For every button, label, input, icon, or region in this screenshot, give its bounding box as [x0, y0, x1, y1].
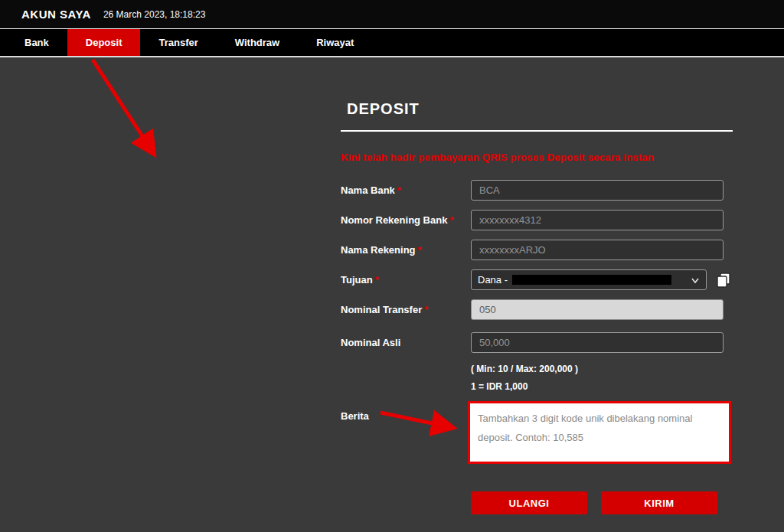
required-marker: * — [375, 274, 379, 286]
reset-button[interactable]: ULANGI — [471, 491, 587, 514]
field-row-nama-bank: Nama Bank* — [341, 180, 733, 201]
current-datetime: 26 March 2023, 18:18:23 — [103, 9, 205, 20]
nav-item-withdraw[interactable]: Withdraw — [217, 29, 298, 56]
nav-item-label: Bank — [24, 37, 49, 48]
nav-item-label: Withdraw — [235, 37, 279, 48]
nama-rekening-input[interactable] — [471, 240, 724, 260]
nav-item-label: Transfer — [158, 37, 198, 48]
redaction-bar — [512, 275, 671, 285]
page-title: DEPOSIT — [341, 100, 733, 132]
required-marker: * — [418, 244, 422, 256]
nominal-transfer-input[interactable] — [471, 299, 724, 320]
field-row-nominal-asli: Nominal Asli — [341, 332, 733, 353]
rate-hint: 1 = IDR 1,000 — [471, 381, 733, 392]
field-row-tujuan: Tujuan* Dana - — [341, 269, 733, 290]
tujuan-selected-value: Dana - — [478, 274, 508, 286]
field-label: Tujuan* — [341, 274, 471, 286]
hints-block: ( Min: 10 / Max: 200,000 ) 1 = IDR 1,000 — [471, 364, 733, 392]
deposit-form: DEPOSIT Kini telah hadir pembayaran QRIS… — [341, 100, 733, 514]
nav-item-label: Deposit — [86, 37, 122, 48]
field-row-nomor-rekening: Nomor Rekening Bank* — [341, 210, 733, 230]
field-label: Berita — [341, 401, 471, 422]
field-row-nominal-transfer: Nominal Transfer* — [341, 299, 733, 320]
tujuan-select[interactable]: Dana - — [471, 269, 707, 290]
main-nav: Bank Deposit Transfer Withdraw Riwayat — [0, 29, 784, 57]
field-label: Nominal Transfer* — [341, 304, 471, 315]
berita-textarea[interactable] — [470, 403, 729, 462]
nav-item-transfer[interactable]: Transfer — [140, 29, 216, 56]
field-label: Nama Rekening* — [341, 244, 471, 256]
required-marker: * — [424, 304, 428, 315]
nav-item-deposit[interactable]: Deposit — [67, 29, 141, 56]
field-label: Nomor Rekening Bank* — [341, 214, 471, 226]
nav-item-label: Riwayat — [316, 37, 354, 48]
nav-item-bank[interactable]: Bank — [6, 29, 67, 56]
qris-notice: Kini telah hadir pembayaran QRIS proses … — [341, 152, 733, 163]
nav-item-riwayat[interactable]: Riwayat — [298, 29, 372, 56]
field-label: Nama Bank* — [341, 184, 471, 196]
min-max-hint: ( Min: 10 / Max: 200,000 ) — [471, 364, 733, 374]
main-content: DEPOSIT Kini telah hadir pembayaran QRIS… — [0, 57, 784, 530]
required-marker: * — [449, 214, 453, 226]
nomor-rekening-input[interactable] — [471, 210, 724, 230]
field-label: Nominal Asli — [341, 337, 471, 348]
chevron-down-icon — [691, 276, 700, 287]
field-row-nama-rekening: Nama Rekening* — [341, 240, 733, 260]
annotation-box-berita — [468, 401, 731, 464]
submit-button[interactable]: KIRIM — [601, 491, 717, 514]
nama-bank-input[interactable] — [471, 180, 724, 201]
copy-icon[interactable] — [714, 271, 733, 289]
required-marker: * — [397, 184, 401, 196]
app-title: AKUN SAYA — [21, 8, 91, 21]
form-actions: ULANGI KIRIM — [471, 491, 733, 514]
nominal-asli-input[interactable] — [471, 332, 724, 353]
top-bar: AKUN SAYA 26 March 2023, 18:18:23 — [0, 0, 784, 29]
field-row-berita: Berita — [341, 401, 733, 464]
